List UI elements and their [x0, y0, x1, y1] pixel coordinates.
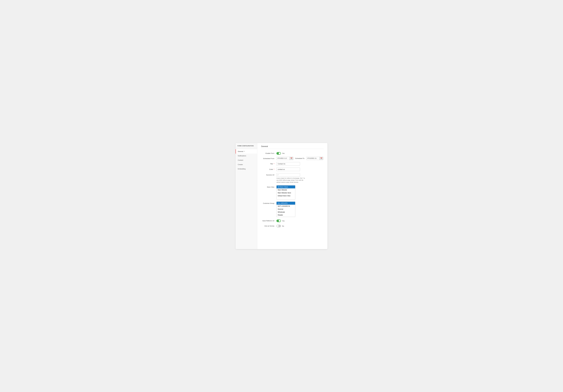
store-view-field: All Store Views Main Website Main Websit…	[276, 185, 324, 199]
title-input[interactable]	[276, 162, 300, 166]
enable-form-row: Enable Form Yes	[261, 152, 324, 155]
sidebar-item-label: Content	[238, 159, 243, 161]
customer-group-field: ALL GROUPS NOT LOGGED IN General Wholesa…	[276, 202, 324, 217]
enable-form-toggle-wrap: Yes	[276, 152, 324, 155]
scheduled-to-input[interactable]	[307, 157, 320, 160]
scheduled-row: Scheduled From 📅 Scheduled To 📅	[261, 157, 324, 160]
sidebar-item-notifications[interactable]: Notifications	[236, 154, 257, 158]
toggle-slider-ref	[276, 220, 281, 222]
customer-group-label: Customer Group	[261, 202, 276, 204]
sidebar-item-label: General	[238, 151, 243, 152]
sidebar-item-creator[interactable]: Creator	[236, 162, 257, 167]
sidebar-item-label: Notifications	[238, 155, 246, 157]
title-label: Title *	[261, 162, 276, 165]
scheduled-to-label: Scheduled To	[295, 157, 305, 159]
save-referrer-toggle-wrap: Yes	[276, 219, 324, 222]
store-view-option-all[interactable]: All Store Views	[277, 185, 295, 188]
use-as-survey-toggle[interactable]	[276, 225, 281, 227]
customer-group-option-not-logged[interactable]: NOT LOGGED IN	[277, 205, 295, 208]
success-url-input[interactable]	[276, 173, 300, 177]
scheduled-from-calendar-btn[interactable]: 📅	[290, 157, 293, 160]
code-field	[276, 168, 324, 171]
toggle-slider	[276, 152, 281, 155]
save-referrer-value-label: Yes	[282, 220, 284, 222]
title-field	[276, 162, 324, 166]
scheduled-field: 📅 Scheduled To 📅	[276, 157, 324, 160]
sidebar-nav: General ✎ Notifications Content Creator …	[236, 148, 257, 172]
title-row: Title *	[261, 162, 324, 166]
date-group: 📅 Scheduled To 📅	[276, 157, 324, 160]
form-configuration-card: FORM CONFIGURATION General ✎ Notificatio…	[236, 143, 327, 249]
code-row: Code *	[261, 168, 324, 171]
customer-group-option-all[interactable]: ALL GROUPS	[277, 202, 295, 205]
store-view-option-main-website-store[interactable]: Main Website Store	[277, 191, 295, 194]
enable-form-field: Yes	[276, 152, 324, 155]
enable-form-label: Enable Form	[261, 152, 276, 154]
success-url-help: Leave empty for redirect to homepage. Se…	[276, 177, 307, 183]
success-url-label: Success Url	[261, 173, 276, 176]
customer-group-option-wholesale[interactable]: Wholesale	[277, 210, 295, 213]
customer-group-option-general[interactable]: General	[277, 208, 295, 210]
toggle-slider-survey	[276, 225, 281, 227]
sidebar-item-label: Creator	[238, 164, 243, 165]
code-required: *	[274, 169, 274, 170]
scheduled-from-input[interactable]	[277, 157, 290, 160]
enable-form-toggle[interactable]	[276, 152, 281, 155]
customer-group-option-retailer[interactable]: Retailer	[277, 213, 295, 216]
use-as-survey-toggle-wrap: No	[276, 224, 324, 227]
code-input[interactable]	[276, 168, 300, 171]
save-referrer-toggle[interactable]	[276, 220, 281, 222]
sidebar-item-general[interactable]: General ✎	[236, 149, 257, 154]
store-view-select[interactable]: All Store Views Main Website Main Websit…	[276, 185, 295, 199]
use-as-survey-field: No	[276, 224, 324, 227]
customer-group-row: Customer Group ALL GROUPS NOT LOGGED IN …	[261, 202, 324, 217]
customer-group-select[interactable]: ALL GROUPS NOT LOGGED IN General Wholesa…	[276, 202, 295, 217]
sidebar-header: FORM CONFIGURATION	[236, 143, 257, 148]
save-referrer-field: Yes	[276, 219, 324, 222]
store-view-row: Store View All Store Views Main Website …	[261, 185, 324, 199]
success-url-field: Leave empty for redirect to homepage. Se…	[276, 173, 324, 183]
store-view-option-default[interactable]: Default Store View	[277, 194, 295, 197]
success-url-row: Success Url Leave empty for redirect to …	[261, 173, 324, 183]
use-as-survey-value-label: No	[282, 225, 284, 227]
sidebar-item-content[interactable]: Content	[236, 158, 257, 162]
code-label: Code *	[261, 168, 276, 170]
edit-icon[interactable]: ✎	[244, 151, 245, 152]
sidebar: FORM CONFIGURATION General ✎ Notificatio…	[236, 143, 257, 249]
section-title: General	[261, 145, 324, 149]
save-referrer-label: Save Referrer Url	[261, 219, 276, 222]
use-as-survey-label: Use as Survey	[261, 224, 276, 227]
store-view-label: Store View	[261, 185, 276, 188]
main-content: General Enable Form Yes Scheduled From	[257, 143, 327, 249]
title-required: *	[274, 163, 274, 165]
use-as-survey-row: Use as Survey No	[261, 224, 324, 227]
sidebar-item-embedding[interactable]: Embedding	[236, 167, 257, 171]
scheduled-from-label: Scheduled From	[261, 157, 276, 159]
store-view-option-main-website[interactable]: Main Website	[277, 188, 295, 191]
save-referrer-row: Save Referrer Url Yes	[261, 219, 324, 222]
sidebar-item-label: Embedding	[238, 168, 245, 170]
scheduled-to-input-wrap: 📅	[306, 157, 323, 160]
scheduled-to-calendar-btn[interactable]: 📅	[320, 157, 323, 160]
scheduled-from-input-wrap: 📅	[276, 157, 293, 160]
enable-form-value-label: Yes	[282, 152, 284, 154]
